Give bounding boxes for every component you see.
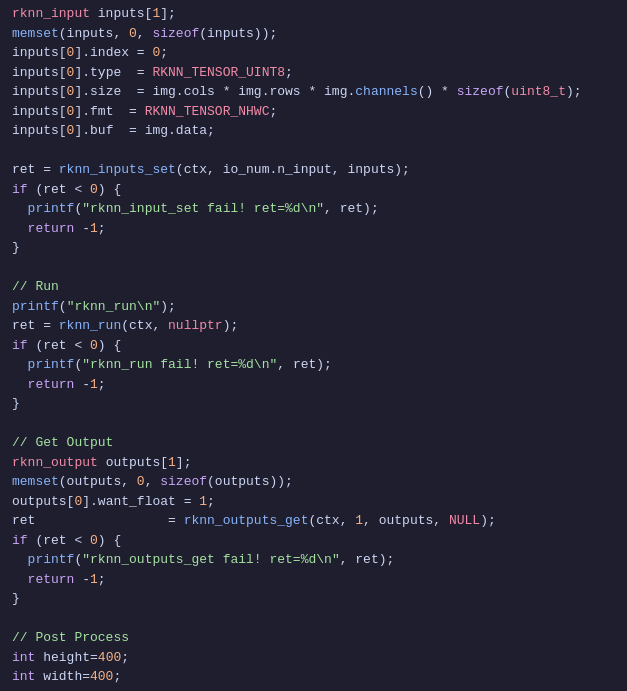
code-token: return [28,572,75,587]
code-line: return -1; [0,570,627,590]
code-line: // Post Process [0,628,627,648]
code-token: ); [566,84,582,99]
code-token: } [12,396,20,411]
code-token: 0 [129,26,137,41]
code-line [0,258,627,278]
code-token: inputs[ [90,6,152,21]
code-token: ; [98,221,106,236]
code-line: // Run [0,277,627,297]
code-token: (outputs)); [207,474,293,489]
code-token: sizeof [160,474,207,489]
code-token: (inputs, [59,26,129,41]
code-token: ]; [160,6,176,21]
code-token: ; [207,494,215,509]
code-token: (ctx, [308,513,355,528]
code-line: if (ret < 0) { [0,336,627,356]
code-line: if (ret < 0) { [0,180,627,200]
code-line: memset(outputs, 0, sizeof(outputs)); [0,472,627,492]
code-line: rknn_input inputs[1]; [0,4,627,24]
code-line [0,609,627,629]
code-token: ) { [98,338,121,353]
code-token: uint8_t [511,84,566,99]
code-token: 1 [168,455,176,470]
code-token [12,221,28,236]
code-token: 400 [98,650,121,665]
code-token: inputs[ [12,45,67,60]
code-token: ); [480,513,496,528]
code-line: int width=400; [0,667,627,687]
code-token: sizeof [152,26,199,41]
code-line: inputs[0].size = img.cols * img.rows * i… [0,82,627,102]
code-token: int [12,669,35,684]
code-line: } [0,589,627,609]
code-token: (ret < [28,338,90,353]
code-token: sizeof [457,84,504,99]
code-token: ( [59,299,67,314]
code-line: printf("rknn_run\n"); [0,297,627,317]
code-token: , outputs, [363,513,449,528]
code-token: ; [160,45,168,60]
code-token: = [35,513,183,528]
code-token: 1 [90,221,98,236]
code-token: RKNN_TENSOR_UINT8 [152,65,285,80]
code-token: rknn_input [12,6,90,21]
code-token: outputs[ [98,455,168,470]
code-token: 1 [355,513,363,528]
code-line: ret = rknn_outputs_get(ctx, 1, outputs, … [0,511,627,531]
code-line: inputs[0].fmt = RKNN_TENSOR_NHWC; [0,102,627,122]
code-token: ; [121,650,129,665]
code-line: ret = rknn_inputs_set(ctx, io_num.n_inpu… [0,160,627,180]
code-token: height= [35,650,97,665]
code-token: 1 [199,494,207,509]
code-token: printf [12,357,74,372]
code-token: (inputs)); [199,26,277,41]
code-token: 0 [90,338,98,353]
code-line: cv::Mat out(height, width, CV_32FC3, out… [0,687,627,692]
code-token: 400 [90,669,113,684]
code-token: ; [113,669,121,684]
code-token: } [12,240,20,255]
code-token: 1 [90,377,98,392]
code-token: (ret < [28,182,90,197]
code-token: ; [98,377,106,392]
code-token: ; [98,572,106,587]
code-token [12,377,28,392]
code-token: printf [12,299,59,314]
code-token: nullptr [168,318,223,333]
code-token: "rknn_run\n" [67,299,161,314]
code-token: inputs[ [12,65,67,80]
code-line: printf("rknn_run fail! ret=%d\n", ret); [0,355,627,375]
code-token [12,572,28,587]
code-token: - [74,572,90,587]
code-token: printf [12,552,74,567]
code-token: ].fmt = [74,104,144,119]
code-token: ) { [98,182,121,197]
code-token: "rknn_input_set fail! ret=%d\n" [82,201,324,216]
code-token: ].want_float = [82,494,199,509]
code-token: 1 [90,572,98,587]
code-token: RKNN_TENSOR_NHWC [145,104,270,119]
code-token: ].size = img.cols * img.rows * img. [74,84,355,99]
code-token: // Get Output [12,435,113,450]
code-token: // Run [12,279,59,294]
code-token: 0 [90,533,98,548]
code-token: memset [12,474,59,489]
code-line: // Get Output [0,433,627,453]
code-line: if (ret < 0) { [0,531,627,551]
code-token: 0 [90,182,98,197]
code-line: printf("rknn_outputs_get fail! ret=%d\n"… [0,550,627,570]
code-token: "rknn_outputs_get fail! ret=%d\n" [82,552,339,567]
code-token: if [12,182,28,197]
code-token: rknn_inputs_set [59,162,176,177]
code-token: () * [418,84,457,99]
code-token: (outputs, [59,474,137,489]
code-token: ].index = [74,45,152,60]
code-token: "rknn_run fail! ret=%d\n" [82,357,277,372]
code-token: , ret); [277,357,332,372]
code-token: , [137,26,153,41]
code-token: inputs[ [12,84,67,99]
code-token: (ctx, io_num.n_input, inputs); [176,162,410,177]
code-token: (ctx, [121,318,168,333]
code-line: } [0,394,627,414]
code-line [0,141,627,161]
